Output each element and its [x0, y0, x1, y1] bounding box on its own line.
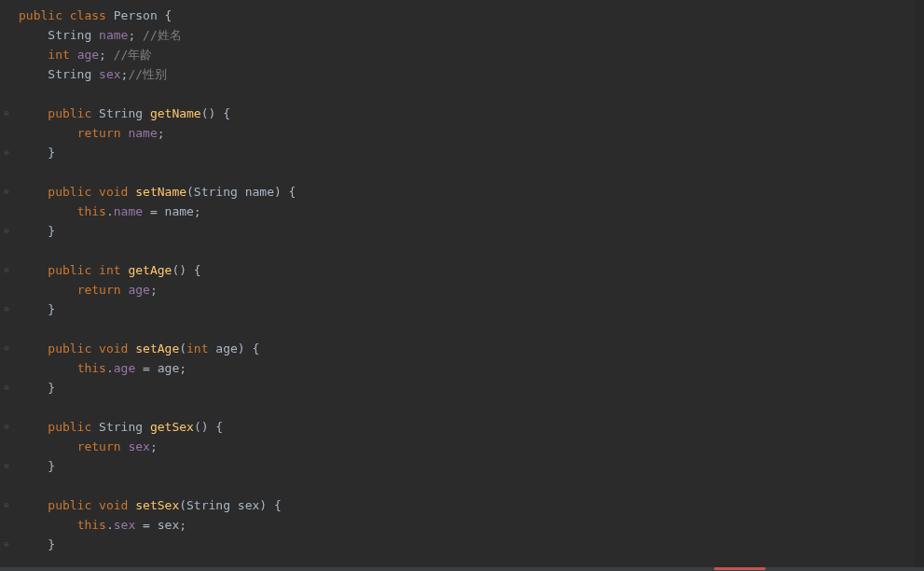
token-field: age [77, 48, 99, 62]
code-line[interactable] [19, 84, 924, 104]
token-kw: this [77, 518, 106, 532]
gutter-fold-mark [0, 25, 13, 45]
token-kw: int [99, 263, 128, 277]
token-punct: (String sex) { [179, 498, 282, 512]
code-line[interactable]: this.sex = sex; [19, 515, 924, 535]
token-kw: public [48, 185, 99, 199]
gutter: ⊖⊖⊖⊖⊖⊖⊖⊖⊖⊖⊖⊖ [0, 0, 13, 571]
code-line[interactable]: this.age = age; [19, 358, 924, 378]
token-comment: //姓名 [143, 28, 182, 42]
gutter-fold-mark[interactable]: ⊖ [0, 535, 13, 554]
code-line[interactable]: int age; //年龄 [19, 45, 924, 64]
code-line[interactable]: } [19, 221, 924, 241]
token-kw: void [99, 498, 135, 512]
code-line[interactable]: String sex;//性别 [19, 64, 924, 84]
code-line[interactable]: this.name = name; [19, 202, 924, 221]
token-punct: () { [194, 420, 223, 434]
code-line[interactable]: } [19, 378, 924, 397]
token-field: name [99, 28, 128, 42]
gutter-fold-mark [0, 358, 13, 378]
gutter-fold-mark[interactable]: ⊖ [0, 378, 13, 397]
code-line[interactable]: } [19, 299, 924, 319]
token-type: String [48, 67, 99, 81]
code-line[interactable]: public String getName() { [19, 104, 924, 123]
code-line[interactable] [19, 241, 924, 260]
token-method: getName [150, 106, 201, 120]
code-area[interactable]: public class Person { String name; //姓名 … [13, 0, 924, 571]
code-line[interactable]: } [19, 535, 924, 554]
code-line[interactable]: public void setName(String name) { [19, 182, 924, 202]
gutter-fold-mark[interactable]: ⊖ [0, 182, 13, 202]
gutter-fold-mark [0, 6, 13, 25]
token-method: setSex [135, 498, 179, 512]
token-field: name [114, 204, 143, 218]
gutter-fold-mark[interactable]: ⊖ [0, 339, 13, 358]
code-line[interactable]: public String getSex() { [19, 417, 924, 437]
token-punct: } [48, 146, 55, 160]
code-line[interactable]: String name; //姓名 [19, 25, 924, 45]
bottom-bar [0, 567, 924, 571]
code-line[interactable]: } [19, 456, 924, 476]
token-kw: public [19, 8, 70, 22]
token-type: String [99, 420, 150, 434]
token-type: String [48, 28, 99, 42]
token-field: name [128, 126, 157, 140]
token-punct: . [106, 361, 114, 375]
gutter-fold-mark [0, 241, 13, 260]
token-field: age [114, 361, 135, 375]
token-field: age [128, 283, 149, 297]
code-line[interactable]: return name; [19, 123, 924, 143]
gutter-fold-mark [0, 515, 13, 535]
token-type: String [99, 106, 150, 120]
code-line[interactable]: return age; [19, 280, 924, 299]
token-kw: public [48, 263, 99, 277]
token-punct: () { [201, 106, 230, 120]
token-kw: public [48, 420, 99, 434]
code-line[interactable]: public void setSex(String sex) { [19, 495, 924, 515]
gutter-fold-mark[interactable]: ⊖ [0, 143, 13, 162]
code-line[interactable]: public void setAge(int age) { [19, 339, 924, 358]
token-punct: (String name) { [186, 185, 296, 199]
token-kw: int [48, 48, 76, 62]
code-line[interactable]: return sex; [19, 437, 924, 456]
gutter-fold-mark[interactable]: ⊖ [0, 456, 13, 476]
gutter-fold-mark[interactable]: ⊖ [0, 260, 13, 280]
token-kw: return [77, 283, 129, 297]
token-punct: () { [172, 263, 200, 277]
code-line[interactable]: } [19, 143, 924, 162]
token-kw: public [48, 341, 99, 355]
token-punct: ; [99, 48, 114, 62]
token-kw: this [77, 204, 106, 218]
scrollbar-vertical[interactable] [915, 0, 924, 571]
gutter-fold-mark[interactable]: ⊖ [0, 221, 13, 241]
code-line[interactable] [19, 397, 924, 417]
gutter-fold-mark [0, 84, 13, 104]
token-method: setName [135, 185, 186, 199]
token-punct: ; [150, 439, 158, 453]
token-kw: int [186, 341, 215, 355]
gutter-fold-mark[interactable]: ⊖ [0, 299, 13, 319]
code-line[interactable] [19, 319, 924, 339]
code-line[interactable]: public int getAge() { [19, 260, 924, 280]
token-punct: ; [158, 126, 165, 140]
token-comment: //性别 [128, 67, 167, 81]
code-editor[interactable]: ⊖⊖⊖⊖⊖⊖⊖⊖⊖⊖⊖⊖ public class Person { Strin… [0, 0, 924, 571]
token-field: sex [114, 518, 135, 532]
token-field: sex [99, 67, 120, 81]
token-punct: ( [179, 341, 186, 355]
token-punct: } [48, 381, 55, 395]
gutter-fold-mark [0, 45, 13, 64]
token-field: sex [128, 439, 149, 453]
gutter-fold-mark[interactable]: ⊖ [0, 417, 13, 437]
gutter-fold-mark[interactable]: ⊖ [0, 104, 13, 123]
code-line[interactable] [19, 162, 924, 182]
token-kw: void [99, 341, 135, 355]
token-punct: } [48, 459, 55, 473]
gutter-fold-mark [0, 64, 13, 84]
code-line[interactable] [19, 476, 924, 495]
token-punct: } [48, 302, 55, 316]
token-kw: this [77, 361, 106, 375]
token-kw: return [77, 126, 129, 140]
code-line[interactable]: public class Person { [19, 6, 924, 25]
gutter-fold-mark[interactable]: ⊖ [0, 495, 13, 515]
